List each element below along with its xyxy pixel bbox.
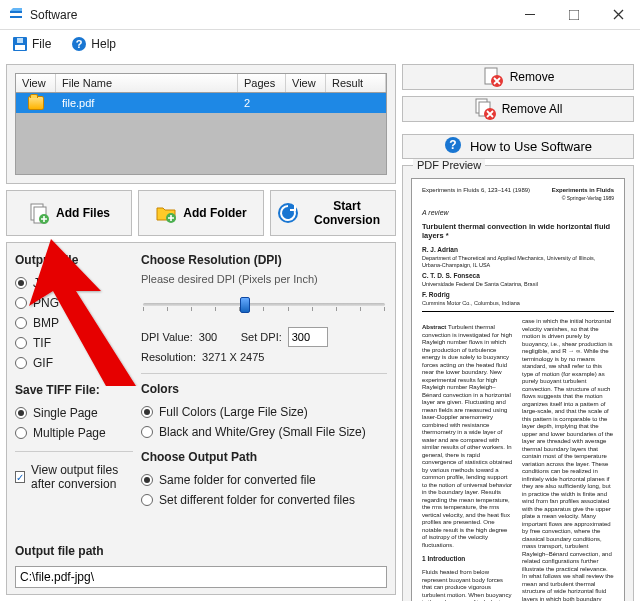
svg-rect-4 (17, 38, 23, 43)
help-icon: ? (444, 136, 462, 157)
action-button-row: Add Files Add Folder Start Conversion (6, 190, 396, 236)
radio-dot-icon (15, 337, 27, 349)
radio-jpg[interactable]: JPG (15, 276, 133, 290)
set-dpi-input[interactable] (288, 327, 328, 347)
radio-bmp[interactable]: BMP (15, 316, 133, 330)
svg-rect-3 (15, 45, 25, 50)
add-files-button[interactable]: Add Files (6, 190, 132, 236)
checkbox-icon (15, 471, 25, 483)
pdf-preview-page: Experiments in Fluids 6, 123–141 (1989)E… (411, 178, 625, 601)
menu-file-label: File (32, 37, 51, 51)
radio-dot-icon (15, 317, 27, 329)
radio-tif[interactable]: TIF (15, 336, 133, 350)
file-path-input[interactable] (15, 566, 387, 588)
pdf-preview-legend: PDF Preview (413, 159, 485, 171)
dpi-slider[interactable] (143, 295, 385, 315)
svg-text:?: ? (76, 38, 83, 50)
resolution-label: Resolution: (141, 351, 196, 363)
svg-rect-0 (525, 14, 535, 15)
dpi-value-label: DPI Value: (141, 331, 193, 343)
radio-multiple-page[interactable]: Multiple Page (15, 426, 133, 440)
menu-bar: File ? Help (0, 30, 640, 58)
radio-same-folder[interactable]: Same folder for converted file (141, 473, 387, 487)
radio-dot-icon (15, 407, 27, 419)
file-table: View File Name Pages View Result file.pd… (15, 73, 387, 175)
slider-thumb-icon[interactable] (240, 297, 250, 313)
radio-different-folder[interactable]: Set different folder for converted files (141, 493, 387, 507)
col-pages[interactable]: Pages (238, 74, 286, 92)
settings-panel: Output File JPG PNG BMP TIF GIF Save TIF… (6, 242, 396, 595)
close-button[interactable] (596, 0, 640, 30)
radio-full-colors[interactable]: Full Colors (Large File Size) (141, 405, 387, 419)
set-dpi-label: Set DPI: (241, 331, 282, 343)
radio-dot-icon (141, 474, 153, 486)
radio-dot-icon (15, 277, 27, 289)
cell-pages: 2 (238, 94, 286, 112)
svg-text:?: ? (449, 138, 456, 152)
file-list-panel: View File Name Pages View Result file.pd… (6, 64, 396, 184)
resolution-value: 3271 X 2475 (202, 351, 264, 363)
resolution-title: Choose Resolution (DPI) (141, 253, 387, 267)
delete-icon (482, 66, 504, 88)
radio-dot-icon (15, 297, 27, 309)
col-view2[interactable]: View (286, 74, 326, 92)
app-logo-icon (8, 7, 24, 23)
menu-help[interactable]: ? Help (67, 34, 120, 54)
output-file-title: Output File (15, 253, 133, 267)
col-result[interactable]: Result (326, 74, 386, 92)
delete-all-icon (474, 98, 496, 120)
colors-title: Colors (141, 382, 387, 396)
radio-single-page[interactable]: Single Page (15, 406, 133, 420)
refresh-icon (277, 202, 299, 224)
radio-dot-icon (15, 427, 27, 439)
radio-bw-grey[interactable]: Black and White/Grey (Small File Size) (141, 425, 387, 439)
title-bar: Software (0, 0, 640, 30)
remove-all-button[interactable]: Remove All (402, 96, 634, 122)
col-filename[interactable]: File Name (56, 74, 238, 92)
cell-filename: file.pdf (56, 94, 238, 112)
menu-help-label: Help (91, 37, 116, 51)
resolution-hint: Please desired DPI (Pixels per Inch) (141, 273, 387, 285)
radio-gif[interactable]: GIF (15, 356, 133, 370)
dpi-value: 300 (199, 331, 235, 343)
table-header: View File Name Pages View Result (16, 74, 386, 93)
radio-dot-icon (15, 357, 27, 369)
radio-dot-icon (141, 426, 153, 438)
add-folder-icon (155, 202, 177, 224)
save-tiff-title: Save TIFF File: (15, 383, 133, 397)
minimize-button[interactable] (508, 0, 552, 30)
folder-icon (28, 96, 44, 110)
radio-dot-icon (141, 406, 153, 418)
radio-png[interactable]: PNG (15, 296, 133, 310)
file-path-label: Output file path (15, 544, 387, 558)
col-view[interactable]: View (16, 74, 56, 92)
pdf-preview-panel: PDF Preview Experiments in Fluids 6, 123… (402, 165, 634, 601)
window-title: Software (30, 8, 508, 22)
output-path-title: Choose Output Path (141, 450, 387, 464)
add-files-icon (28, 202, 50, 224)
save-icon (12, 36, 28, 52)
maximize-button[interactable] (552, 0, 596, 30)
help-icon: ? (71, 36, 87, 52)
radio-dot-icon (141, 494, 153, 506)
remove-button[interactable]: Remove (402, 64, 634, 90)
menu-file[interactable]: File (8, 34, 55, 54)
start-conversion-button[interactable]: Start Conversion (270, 190, 396, 236)
table-row[interactable]: file.pdf 2 (16, 93, 386, 113)
add-folder-button[interactable]: Add Folder (138, 190, 264, 236)
svg-rect-1 (569, 10, 579, 20)
how-to-use-button[interactable]: ? How to Use Software (402, 134, 634, 159)
check-view-output[interactable]: View output files after conversion (15, 463, 133, 492)
